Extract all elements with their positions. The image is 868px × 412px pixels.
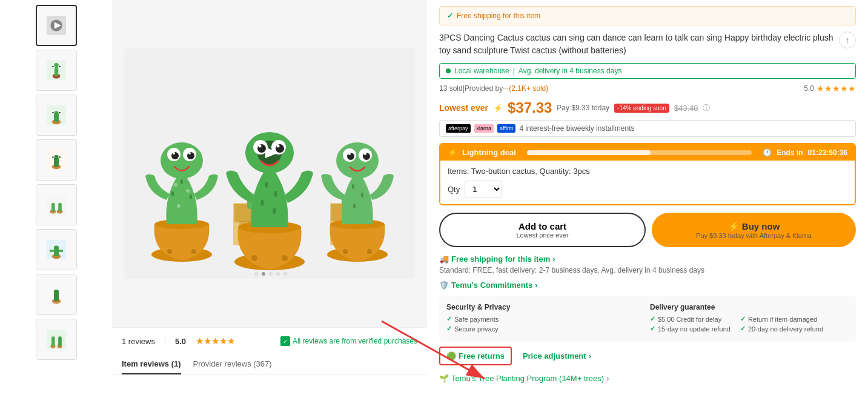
svg-rect-20 (54, 155, 59, 167)
svg-point-100 (254, 272, 258, 276)
svg-point-59 (167, 249, 172, 254)
svg-point-16 (52, 112, 53, 113)
thumb-4[interactable] (36, 184, 77, 225)
divider (165, 335, 165, 347)
svg-point-88 (336, 142, 379, 179)
klarna-badge: klarna (474, 124, 494, 133)
svg-point-57 (171, 191, 174, 196)
add-to-cart-button[interactable]: Add to cart Lowest price ever (439, 213, 646, 247)
free-returns-text: Free returns (459, 351, 505, 360)
svg-rect-25 (47, 195, 66, 214)
svg-point-102 (269, 272, 273, 276)
svg-point-77 (265, 182, 268, 188)
thumb-6[interactable] (36, 274, 77, 315)
svg-point-52 (188, 152, 191, 154)
verified-text: All reviews are from verified purchases (293, 337, 417, 345)
chevron-right-icon-4: › (606, 374, 609, 383)
svg-rect-32 (54, 246, 59, 257)
delivery-item-3: Return if item damaged (740, 315, 823, 323)
svg-point-81 (251, 255, 257, 261)
installments-text: 4 interest-free biweekly installments (519, 124, 634, 133)
price-original: $43.48 (674, 104, 698, 113)
action-buttons: Add to cart Lowest price ever ⚡ Buy now … (439, 213, 856, 247)
svg-rect-34 (59, 250, 63, 252)
svg-point-80 (273, 208, 276, 214)
qty-select[interactable]: 1 2 3 4 5 (465, 181, 502, 198)
svg-point-53 (174, 183, 177, 187)
qty-value: 3pcs (573, 167, 589, 176)
affirm-badge: affirm (497, 124, 515, 133)
qty-label-inline: Quantity: (540, 167, 571, 176)
security-title: Security & Privacy (446, 303, 645, 311)
svg-point-17 (59, 112, 60, 113)
warehouse-label: Local warehouse (454, 67, 509, 75)
delivery-col: Delivery guarantee $5.00 Credit for dela… (650, 303, 849, 334)
cactus-thumb-4 (47, 195, 66, 214)
svg-point-98 (343, 249, 348, 254)
thumb-2[interactable] (36, 95, 77, 136)
svg-point-10 (59, 65, 60, 67)
item-value: Two-button cactus, (471, 167, 537, 176)
temu-planting-text: Temu's Tree Planting Program (14M+ trees… (451, 374, 604, 383)
thumb-1[interactable] (36, 50, 77, 91)
item-label: Items: (448, 167, 469, 176)
cactus-thumb-6 (47, 285, 66, 304)
svg-point-97 (353, 204, 356, 208)
review-rating: 5.0 (175, 337, 186, 346)
timer-icon: 🕐 (763, 148, 772, 157)
tab-provider-reviews[interactable]: Provider reviews (367) (193, 354, 272, 374)
svg-rect-42 (58, 336, 62, 346)
shield-green-icon: 🛡️ (439, 281, 449, 290)
svg-point-24 (59, 156, 60, 158)
review-count: 1 reviews (122, 337, 155, 346)
seller-name: ··· (503, 84, 509, 93)
buy-now-button[interactable]: ⚡ Buy now Pay $9.33 today with Afterpay … (652, 213, 856, 247)
lightning-deal: ⚡ Lightning deal 🕐 Ends in 01:23:50:36 I… (439, 143, 856, 205)
deal-icon: ⚡ (448, 148, 457, 157)
share-button[interactable]: ↑ (839, 32, 856, 48)
delivery-item-2: 15-day no update refund (650, 325, 731, 333)
provided-by: Provided by (465, 84, 503, 93)
rating-value: 5.0 (804, 84, 814, 93)
product-main-image (124, 48, 415, 279)
security-item-1-text: Safe payments (454, 316, 499, 323)
svg-point-49 (171, 152, 179, 159)
temu-planting-link[interactable]: 🌱 Temu's Tree Planting Program (14M+ tre… (439, 370, 856, 387)
free-returns-link[interactable]: 🟢 Free returns (439, 347, 512, 365)
thumb-7[interactable] (36, 319, 77, 360)
thumb-5[interactable] (36, 229, 77, 270)
price-adjustment-link[interactable]: Price adjustment › (517, 348, 597, 364)
check-icon: ✓ (447, 12, 453, 20)
svg-point-54 (186, 189, 190, 193)
cactus-thumb-2 (47, 105, 66, 125)
svg-point-82 (282, 255, 288, 261)
thumb-3[interactable] (36, 139, 77, 181)
shipping-link[interactable]: 🚚 Free shipping for this item › (439, 254, 856, 264)
afterpay-badge: afterpay (446, 124, 471, 133)
shipping-banner-text: Free shipping for this item (457, 12, 540, 20)
svg-rect-37 (54, 290, 59, 301)
svg-point-51 (173, 152, 175, 154)
buy-now-sub: Pay $9.33 today with Afterpay & Klarna (659, 232, 849, 239)
svg-rect-33 (49, 250, 53, 252)
cactus-thumb-3 (47, 150, 66, 170)
cactus-thumb-1 (47, 61, 66, 80)
warehouse-dot (446, 68, 451, 73)
svg-point-50 (187, 152, 194, 159)
security-col: Security & Privacy Safe payments Secure … (446, 303, 645, 334)
video-play-icon (47, 16, 66, 35)
chevron-right-icon-3: › (589, 351, 591, 360)
price-main: $37.33 (508, 99, 552, 116)
warehouse-badge: Local warehouse | Avg. delivery in 4 bus… (439, 63, 856, 79)
seller-sold[interactable]: (2.1K+ sold) (509, 84, 548, 93)
tab-item-reviews[interactable]: Item reviews (1) (122, 354, 181, 374)
commitments-link[interactable]: 🛡️ Temu's Commitments › (439, 281, 856, 290)
add-cart-label: Add to cart (518, 221, 566, 231)
warehouse-detail: | (513, 67, 515, 75)
svg-point-58 (190, 194, 192, 199)
shipping-banner: ✓ Free shipping for this item (439, 6, 856, 25)
thumb-video[interactable] (36, 5, 77, 46)
installments-row: afterpay klarna affirm 4 interest-free b… (439, 120, 856, 137)
price-row: Lowest ever ⚡ $37.33 Pay $9.33 today -14… (439, 99, 856, 116)
svg-point-23 (52, 156, 53, 158)
